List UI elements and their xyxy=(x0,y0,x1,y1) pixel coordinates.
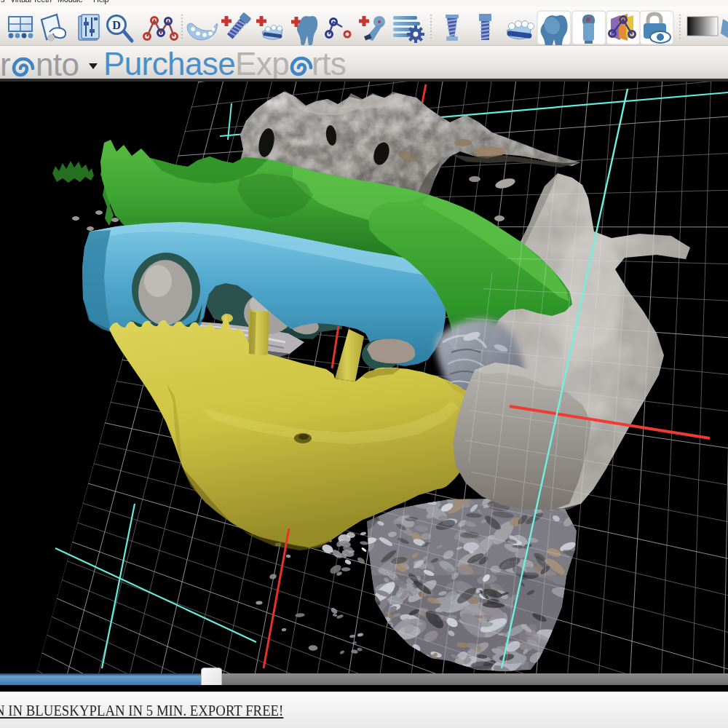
svg-text:D: D xyxy=(112,19,121,31)
